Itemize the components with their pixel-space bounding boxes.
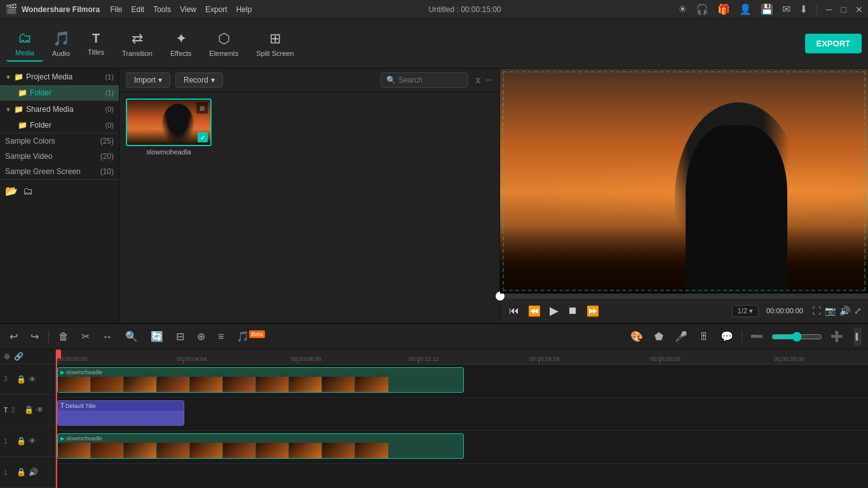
cut-button[interactable]: ✂ — [78, 329, 93, 344]
track-2-T-icon: T — [4, 407, 8, 414]
toolbar-titles[interactable]: T Titles — [79, 27, 113, 60]
filter-icon[interactable]: ⧖ — [475, 76, 480, 85]
track-3-clip[interactable]: ▶ slowmcheadle — [57, 367, 464, 393]
menu-tools[interactable]: Tools — [153, 5, 171, 14]
delete-button[interactable]: 🗑 — [55, 330, 72, 344]
sample-green-screen-item[interactable]: Sample Green Screen (10) — [0, 164, 119, 179]
add-segment-button[interactable]: ⊕ — [194, 329, 208, 344]
fullscreen-icon[interactable]: ⛶ — [812, 306, 821, 316]
voiceover-button[interactable]: 🎤 — [672, 329, 691, 344]
add-folder-icon[interactable]: 📂 — [5, 185, 18, 197]
record-button[interactable]: Record ▾ — [175, 72, 223, 88]
timeline-tracks-area: 00:00:00:00 00:00:04:04 00:00:08:08 00:0… — [56, 349, 868, 488]
toolbar-media[interactable]: 🗂 Media — [6, 26, 43, 62]
volume-icon[interactable]: 🔊 — [839, 306, 850, 316]
zoom-slider[interactable] — [771, 332, 822, 342]
menu-view[interactable]: View — [180, 5, 196, 14]
remove-segment-button[interactable]: ⊟ — [173, 329, 187, 344]
shared-media-folder-item[interactable]: 📁 Folder (0) — [0, 118, 119, 133]
preview-scrubber[interactable] — [500, 294, 868, 299]
headphone-icon[interactable]: 🎧 — [696, 3, 709, 15]
track-2-clip[interactable]: T Default Title — [57, 400, 184, 426]
snapshot-icon[interactable]: 📷 — [825, 306, 836, 316]
audio-btn[interactable]: ≡ — [215, 330, 227, 344]
track-3-eye-icon[interactable]: 👁 — [29, 375, 36, 384]
menu-edit[interactable]: Edit — [131, 5, 144, 14]
import-button[interactable]: Import ▾ — [126, 72, 170, 88]
toolbar-media-label: Media — [15, 49, 34, 57]
track-1-clip-label: slowmcheadle — [66, 435, 102, 442]
crop-button[interactable]: ↔ — [99, 330, 116, 344]
media-item-name: slowmoheadla — [126, 148, 212, 156]
ruler-mark-6: 00:00:25:00 — [774, 356, 804, 362]
remove-folder-icon[interactable]: 🗂 — [23, 186, 33, 197]
track-1-lock-icon[interactable]: 🔒 — [17, 437, 26, 445]
track-1-clip[interactable]: ▶ slowmcheadle — [57, 433, 464, 459]
folder-icon: 📁 — [18, 88, 27, 97]
menu-file[interactable]: File — [110, 5, 122, 14]
grid-view-icon[interactable]: ⋯ — [485, 76, 493, 85]
toolbar-elements[interactable]: ⬡ Elements — [200, 27, 247, 61]
zoom-icon[interactable]: ⤢ — [854, 306, 862, 316]
prev-frame-button[interactable]: ⏮ — [506, 304, 522, 318]
rotate-button[interactable]: 🔄 — [147, 329, 166, 344]
redo-button[interactable]: ↪ — [27, 329, 42, 344]
ruler-spacer: ⊕ 🔗 — [0, 349, 55, 364]
zoom-out-button[interactable]: ➖ — [747, 329, 766, 344]
zoom-button[interactable]: 🔍 — [122, 329, 141, 344]
toolbar-split-screen-label: Split Screen — [256, 50, 294, 57]
sun-icon[interactable]: ☀ — [678, 3, 687, 15]
step-back-button[interactable]: ⏪ — [526, 304, 543, 318]
user-icon[interactable]: 👤 — [739, 3, 752, 15]
close-button[interactable]: ✕ — [855, 4, 863, 15]
maximize-button[interactable]: □ — [841, 4, 846, 15]
step-forward-button[interactable]: ⏩ — [584, 304, 602, 318]
stop-button[interactable]: ⏹ — [565, 304, 580, 318]
sample-video-item[interactable]: Sample Video (20) — [0, 149, 119, 164]
shared-media-folder-count: (0) — [105, 121, 114, 129]
timeline-ruler[interactable]: 00:00:00:00 00:00:04:04 00:00:08:08 00:0… — [56, 349, 868, 365]
mask-button[interactable]: ⬟ — [651, 329, 667, 344]
track-2-eye-icon[interactable]: 👁 — [36, 405, 44, 414]
timeline-right-toggle[interactable]: ▌ — [854, 328, 862, 346]
sample-colors-count: (25) — [100, 137, 114, 146]
sample-colors-label: Sample Colors — [5, 137, 55, 146]
subtitle-button[interactable]: 💬 — [717, 329, 736, 344]
minimize-button[interactable]: ─ — [826, 4, 832, 15]
track-2-lock-icon[interactable]: 🔒 — [24, 405, 34, 414]
audio-track-1-volume-icon[interactable]: 🔊 — [29, 468, 38, 477]
track-1-eye-icon[interactable]: 👁 — [29, 437, 36, 445]
track-2-clip-label: Default Title — [65, 403, 96, 409]
track-3-lock-icon[interactable]: 🔒 — [17, 375, 26, 384]
save-icon[interactable]: 💾 — [761, 3, 773, 15]
menu-help[interactable]: Help — [236, 5, 252, 14]
play-button[interactable]: ▶ — [547, 302, 561, 319]
ruler-mark-3: 00:00:12:12 — [409, 356, 439, 362]
audio-track-1-lock-icon[interactable]: 🔒 — [17, 468, 26, 477]
search-input[interactable] — [398, 76, 462, 85]
color-grade-button[interactable]: 🎨 — [627, 329, 646, 344]
link-icon[interactable]: 🔗 — [14, 352, 24, 361]
snap-icon[interactable]: ⊕ — [4, 352, 10, 361]
sample-colors-item[interactable]: Sample Colors (25) — [0, 133, 119, 149]
toolbar-transition[interactable]: ⇄ Transition — [113, 27, 161, 61]
project-media-label: Project Media — [26, 72, 105, 81]
download-icon[interactable]: ⬇ — [799, 3, 808, 15]
toolbar-audio[interactable]: 🎵 Audio — [43, 27, 79, 61]
export-button[interactable]: EXPORT — [805, 34, 862, 53]
toolbar-split-screen[interactable]: ⊞ Split Screen — [247, 27, 302, 61]
undo-button[interactable]: ↩ — [6, 329, 21, 344]
menu-export[interactable]: Export — [205, 5, 227, 14]
shared-media-header[interactable]: ▼ 📁 Shared Media (0) — [0, 101, 119, 118]
project-media-folder-item[interactable]: 📁 Folder (1) — [0, 85, 119, 100]
project-media-header[interactable]: ▼ 📁 Project Media (1) — [0, 69, 119, 85]
audio-mix-button[interactable]: 🎚 — [696, 330, 712, 344]
sample-video-count: (20) — [100, 152, 114, 161]
mail-icon[interactable]: ✉ — [782, 3, 790, 15]
gift-icon[interactable]: 🎁 — [717, 3, 730, 15]
ai-audio-button[interactable]: 🎵Beta — [233, 329, 268, 344]
sample-video-label: Sample Video — [5, 152, 53, 161]
toolbar-effects[interactable]: ✦ Effects — [161, 27, 200, 61]
media-item-slowmoheadla[interactable]: ⊞ ✓ slowmoheadla — [126, 98, 212, 156]
zoom-in-button[interactable]: ➕ — [827, 329, 846, 344]
